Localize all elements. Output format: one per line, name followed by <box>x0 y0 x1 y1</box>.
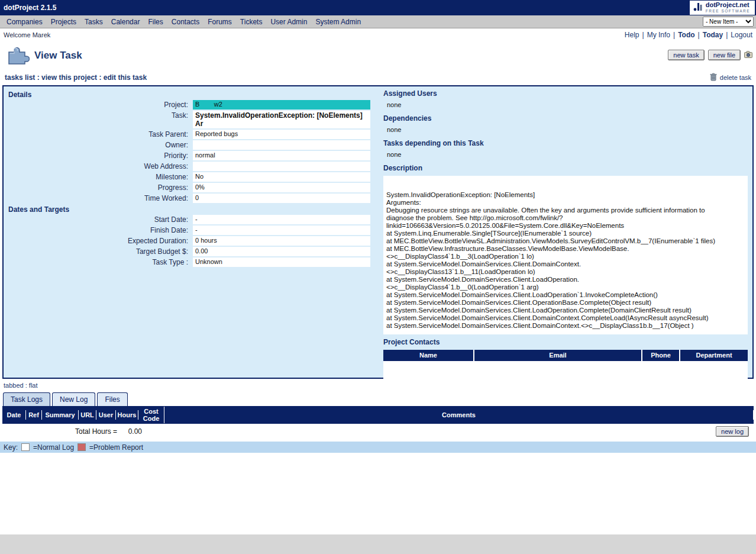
field-label: Task Parent: <box>4 130 193 138</box>
finish-date-value: - <box>193 226 370 235</box>
dependencies-value: none <box>383 124 748 136</box>
dotproject-logo[interactable]: dotProject.net FREE SOFTWARE <box>690 1 755 15</box>
log-header-date: Date <box>2 410 26 420</box>
dotproject-logo-icon <box>693 2 703 14</box>
log-header-user: User <box>96 410 116 420</box>
log-tabs: Task Logs New Log Files <box>0 391 756 406</box>
field-row-web-address: Web Address: <box>4 162 379 171</box>
dependencies-title: Dependencies <box>383 114 748 124</box>
camera-icon[interactable] <box>744 51 752 60</box>
log-header-cost-code: Cost Code <box>138 407 164 423</box>
task-value: System.InvalidOperationException: [NoEle… <box>193 111 370 128</box>
crumb-tasks-list[interactable]: tasks list <box>5 73 35 82</box>
nav-item-user-admin[interactable]: User Admin <box>266 17 311 27</box>
nav-item-system-admin[interactable]: System Admin <box>311 17 365 27</box>
field-label: Milestone: <box>4 172 193 181</box>
log-header-hours: Hours <box>116 410 138 420</box>
field-row-finish-date: Finish Date: - <box>4 226 379 235</box>
new-file-button[interactable]: new file <box>708 50 741 60</box>
log-total-row: Total Hours = 0.00 new log <box>5 424 751 439</box>
title-bar: View Task new task new file <box>0 41 756 70</box>
normal-log-swatch <box>21 443 30 451</box>
project-contacts-title: Project Contacts <box>383 338 748 347</box>
task-details-panel: Details Project: B w2 Task: System.Inval… <box>2 85 754 379</box>
field-row-project: Project: B w2 <box>4 100 379 109</box>
nav-item-tickets[interactable]: Tickets <box>236 17 267 27</box>
tab-files[interactable]: Files <box>97 392 127 406</box>
nav-item-companies[interactable]: Companies <box>2 17 47 27</box>
crumb-view-project[interactable]: view this project <box>41 73 97 82</box>
flat-link[interactable]: flat <box>29 382 38 389</box>
nav-item-calendar[interactable]: Calendar <box>107 17 144 27</box>
footer-area <box>0 534 756 554</box>
normal-log-label: =Normal Log <box>33 443 74 452</box>
field-label: Priority: <box>4 151 193 160</box>
task-parent-value[interactable]: Reported bugs <box>193 130 370 139</box>
new-item-select[interactable]: - New Item - <box>703 17 754 27</box>
tab-new-log[interactable]: New Log <box>52 392 95 406</box>
link-today[interactable]: Today <box>703 31 723 39</box>
project-value[interactable]: B w2 <box>193 100 370 109</box>
field-row-start-date: Start Date: - <box>4 215 379 224</box>
separator: : <box>97 73 104 82</box>
logo-title: dotProject.net <box>706 2 750 8</box>
crumb-edit-task[interactable]: edit this task <box>104 73 147 82</box>
delete-task-button[interactable]: delete task <box>710 73 751 83</box>
details-title: Details <box>4 89 379 100</box>
total-hours-label: Total Hours = <box>5 427 117 436</box>
link-my-info[interactable]: My Info <box>647 31 670 39</box>
priority-value: normal <box>193 151 370 160</box>
separator: : <box>35 73 41 82</box>
field-row-task-parent: Task Parent: Reported bugs <box>4 130 379 139</box>
breadcrumb: tasks list : view this project : edit th… <box>5 73 147 82</box>
new-log-button[interactable]: new log <box>716 426 749 437</box>
contacts-header-email: Email <box>474 350 641 361</box>
task-info-column: Assigned Users none Dependencies none Ta… <box>379 86 752 378</box>
tab-task-logs[interactable]: Task Logs <box>3 392 50 406</box>
page-title: View Task <box>34 50 82 62</box>
separator: | <box>726 31 728 39</box>
tabbed-link[interactable]: tabbed <box>4 382 24 389</box>
log-header-url: URL <box>79 410 96 420</box>
field-label: Task: <box>4 111 193 120</box>
app-title: dotProject 2.1.5 <box>4 4 56 12</box>
log-table-header: Date Ref Summary URL User Hours Cost Cod… <box>2 406 754 424</box>
top-bar: dotProject 2.1.5 dotProject.net FREE SOF… <box>0 0 756 15</box>
contacts-header-name: Name <box>383 350 473 361</box>
field-label: Web Address: <box>4 162 193 170</box>
nav-item-files[interactable]: Files <box>144 17 167 27</box>
field-row-owner: Owner: <box>4 140 379 150</box>
link-logout[interactable]: Logout <box>731 31 752 39</box>
details-column: Details Project: B w2 Task: System.Inval… <box>4 86 379 378</box>
milestone-value: No <box>193 172 370 182</box>
tasks-depending-value: none <box>383 149 748 160</box>
field-label: Progress: <box>4 183 193 192</box>
assigned-users-value: none <box>383 99 748 111</box>
log-header-summary: Summary <box>42 410 79 420</box>
field-label: Expected Duration: <box>4 236 193 245</box>
log-header-comments: Comments <box>164 410 754 420</box>
new-task-button[interactable]: new task <box>668 50 704 60</box>
start-date-value: - <box>193 215 370 224</box>
welcome-text: Welcome Marek <box>4 31 50 38</box>
nav-item-contacts[interactable]: Contacts <box>167 17 203 27</box>
key-label: Key: <box>4 443 18 452</box>
field-label: Time Worked: <box>4 194 193 202</box>
field-row-expected-duration: Expected Duration: 0 hours <box>4 236 379 246</box>
field-row-target-budget: Target Budget $: 0.00 <box>4 247 379 256</box>
logo-text: dotProject.net FREE SOFTWARE <box>706 2 750 14</box>
problem-report-label: =Problem Report <box>89 443 143 452</box>
assigned-users-title: Assigned Users <box>383 89 748 99</box>
target-budget-value: 0.00 <box>193 247 370 256</box>
breadcrumb-bar: tasks list : view this project : edit th… <box>0 70 756 85</box>
nav-item-projects[interactable]: Projects <box>47 17 80 27</box>
main-nav: Companies Projects Tasks Calendar Files … <box>0 15 756 28</box>
link-todo[interactable]: Todo <box>678 31 694 39</box>
nav-item-forums[interactable]: Forums <box>203 17 236 27</box>
nav-item-tasks[interactable]: Tasks <box>80 17 107 27</box>
link-help[interactable]: Help <box>625 31 639 39</box>
description-text: System.InvalidOperationException: [NoEle… <box>383 176 748 334</box>
web-address-value <box>193 162 370 171</box>
log-header-ref: Ref <box>26 410 42 420</box>
trash-icon <box>710 73 717 83</box>
